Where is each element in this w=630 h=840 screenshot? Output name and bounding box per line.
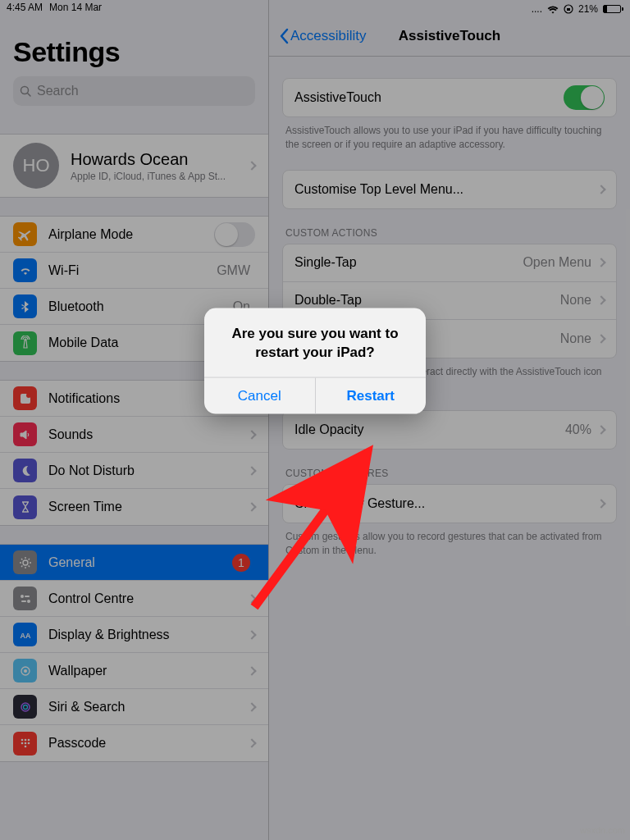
cancel-button[interactable]: Cancel bbox=[204, 378, 315, 414]
alert-message: Are you sure you want to restart your iP… bbox=[204, 308, 426, 377]
restart-button[interactable]: Restart bbox=[315, 378, 427, 414]
watermark: wsxdn.com bbox=[580, 825, 625, 835]
modal-overlay bbox=[0, 0, 630, 840]
restart-alert: Are you sure you want to restart your iP… bbox=[204, 308, 426, 414]
